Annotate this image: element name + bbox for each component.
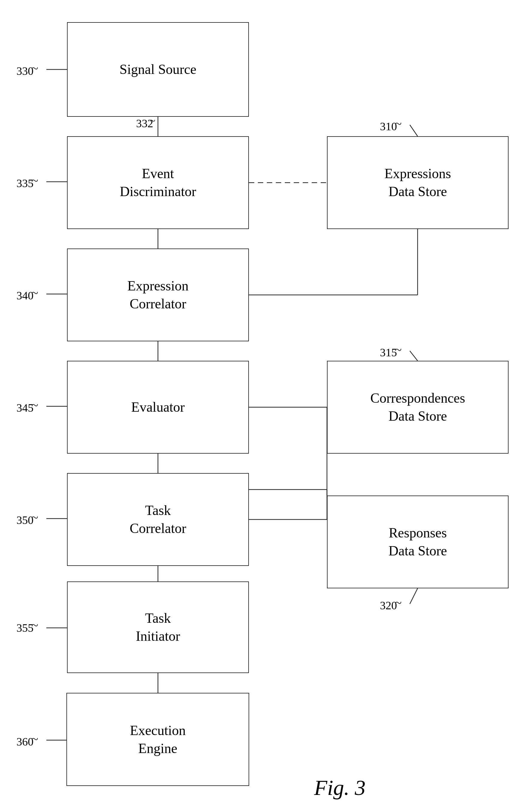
label-345: 345 [17, 401, 34, 414]
svg-line-35 [410, 588, 418, 604]
event-discriminator-label: EventDiscriminator [120, 165, 196, 200]
label-340: 340 [17, 289, 34, 302]
label-355: 355 [17, 621, 34, 635]
correspondences-data-store-box: CorrespondencesData Store [327, 361, 508, 453]
task-initiator-box: TaskInitiator [67, 581, 249, 673]
svg-line-34 [410, 351, 418, 361]
label-315: 315 [380, 346, 397, 359]
correspondences-data-store-label: CorrespondencesData Store [370, 389, 465, 425]
evaluator-box: Evaluator [67, 361, 249, 453]
expression-correlator-box: ExpressionCorrelator [67, 249, 249, 341]
signal-source-label: Signal Source [120, 60, 197, 78]
responses-data-store-label: ResponsesData Store [388, 524, 447, 560]
expressions-data-store-label: ExpressionsData Store [384, 165, 451, 200]
event-discriminator-box: EventDiscriminator [67, 136, 249, 229]
label-320: 320 [380, 599, 397, 612]
expressions-data-store-box: ExpressionsData Store [327, 136, 508, 229]
execution-engine-box: ExecutionEngine [66, 693, 249, 786]
task-initiator-label: TaskInitiator [136, 609, 180, 645]
label-350: 350 [17, 514, 34, 527]
label-310: 310 [380, 120, 397, 133]
expression-correlator-label: ExpressionCorrelator [127, 277, 188, 313]
figure-label: Fig. 3 [314, 775, 365, 800]
label-360: 360 [17, 735, 34, 748]
signal-source-box: Signal Source [67, 22, 249, 117]
execution-engine-label: ExecutionEngine [130, 721, 186, 757]
evaluator-label: Evaluator [131, 398, 185, 416]
label-332: 332 [136, 117, 153, 130]
label-330: 330 [17, 64, 34, 78]
label-335: 335 [17, 177, 34, 190]
task-correlator-box: TaskCorrelator [67, 473, 249, 566]
task-correlator-label: TaskCorrelator [129, 502, 186, 538]
svg-line-33 [410, 125, 418, 136]
responses-data-store-box: ResponsesData Store [327, 496, 508, 588]
